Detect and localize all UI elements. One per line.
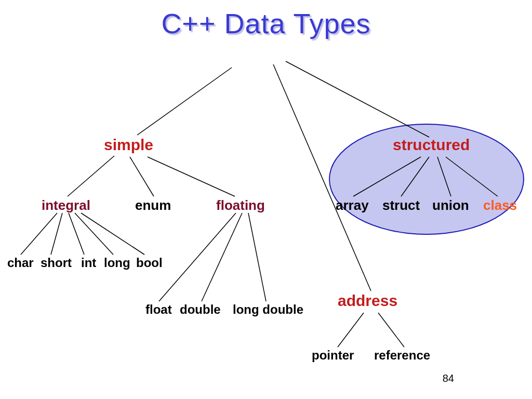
svg-line-3 xyxy=(68,156,114,196)
node-long-double: long double xyxy=(233,302,303,317)
node-enum: enum xyxy=(135,197,171,214)
node-double: double xyxy=(180,302,221,317)
diagram-title: C++ Data Types xyxy=(0,7,532,39)
node-struct: struct xyxy=(382,197,420,214)
svg-line-18 xyxy=(338,313,364,347)
page-number: 84 xyxy=(443,373,454,384)
svg-line-13 xyxy=(248,213,266,301)
svg-line-4 xyxy=(130,157,154,196)
svg-line-10 xyxy=(81,213,144,255)
svg-line-12 xyxy=(202,213,242,301)
svg-line-5 xyxy=(148,157,235,196)
node-simple: simple xyxy=(104,136,153,154)
svg-line-19 xyxy=(378,313,404,347)
node-short: short xyxy=(41,256,72,270)
svg-line-8 xyxy=(69,213,84,255)
node-union: union xyxy=(432,197,469,214)
svg-line-0 xyxy=(137,68,232,135)
node-float: float xyxy=(145,302,172,317)
node-pointer: pointer xyxy=(312,348,354,363)
node-int: int xyxy=(81,256,96,270)
node-long: long xyxy=(104,256,130,270)
node-address: address xyxy=(338,292,397,310)
node-floating: floating xyxy=(216,197,265,214)
node-array: array xyxy=(336,197,369,214)
node-structured: structured xyxy=(393,136,470,154)
diagram-stage: C++ Data Types xyxy=(0,0,532,399)
svg-line-7 xyxy=(51,213,62,255)
node-class: class xyxy=(483,197,517,214)
node-integral: integral xyxy=(42,197,90,214)
node-bool: bool xyxy=(136,256,163,270)
svg-line-6 xyxy=(21,213,57,255)
node-reference: reference xyxy=(374,348,430,363)
svg-line-9 xyxy=(75,213,113,255)
svg-line-11 xyxy=(159,213,236,301)
node-char: char xyxy=(7,256,34,270)
